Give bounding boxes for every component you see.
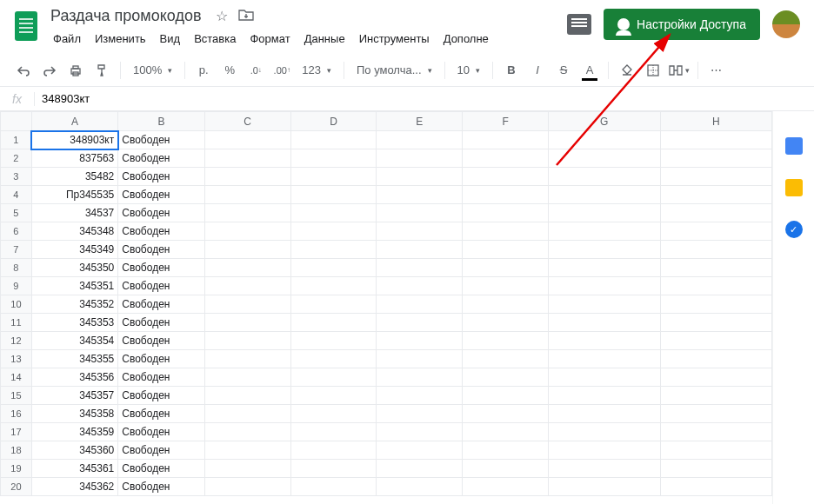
cell[interactable]: Свободен	[118, 241, 204, 259]
cell[interactable]: 345355	[31, 350, 117, 368]
cell[interactable]	[204, 295, 290, 314]
cell[interactable]	[549, 131, 660, 149]
cell[interactable]	[204, 460, 290, 478]
cell[interactable]	[549, 478, 660, 496]
cell[interactable]	[660, 478, 772, 496]
calendar-icon[interactable]	[785, 137, 803, 155]
column-header[interactable]: B	[118, 112, 204, 131]
toolbar-more-button[interactable]: ⋯	[705, 59, 728, 82]
row-header[interactable]: 12	[1, 332, 32, 350]
cell[interactable]	[204, 368, 290, 387]
cell[interactable]: Свободен	[118, 350, 204, 368]
cell[interactable]	[463, 478, 549, 496]
merge-cells-button[interactable]	[668, 59, 691, 82]
cell[interactable]	[290, 368, 377, 387]
cell[interactable]	[463, 314, 549, 332]
cell[interactable]: 345361	[31, 460, 117, 478]
column-header[interactable]: E	[377, 112, 463, 131]
cell[interactable]	[660, 149, 772, 168]
spreadsheet-grid[interactable]: A B C D E F G H 1348903ктСвободен2837563…	[0, 111, 772, 504]
cell[interactable]	[204, 332, 290, 350]
font-combo[interactable]: По умолча...	[351, 59, 437, 82]
tasks-icon[interactable]	[785, 221, 803, 238]
cell[interactable]	[463, 332, 549, 350]
row-header[interactable]: 16	[1, 405, 32, 423]
cell[interactable]	[660, 460, 772, 478]
borders-button[interactable]	[642, 59, 664, 82]
cell[interactable]	[204, 241, 290, 259]
cell[interactable]	[549, 204, 660, 222]
cell[interactable]	[463, 149, 549, 168]
cell[interactable]	[290, 423, 377, 441]
cell[interactable]: Свободен	[118, 332, 204, 350]
cell[interactable]	[290, 149, 377, 168]
cell[interactable]	[377, 295, 463, 314]
cell[interactable]	[660, 295, 772, 314]
cell[interactable]	[377, 222, 463, 241]
star-icon[interactable]: ☆	[216, 8, 228, 24]
cell[interactable]: Свободен	[118, 295, 204, 314]
row-header[interactable]: 6	[1, 222, 32, 241]
select-all-corner[interactable]	[1, 112, 32, 131]
cell[interactable]: 345360	[31, 441, 117, 460]
cell[interactable]	[290, 295, 377, 314]
cell[interactable]	[290, 405, 377, 423]
row-header[interactable]: 20	[1, 478, 32, 496]
account-avatar[interactable]	[772, 10, 800, 38]
cell[interactable]	[463, 387, 549, 405]
cell[interactable]	[660, 314, 772, 332]
cell[interactable]	[549, 350, 660, 368]
menu-file[interactable]: Файл	[47, 29, 87, 49]
cell[interactable]	[377, 405, 463, 423]
cell[interactable]: 345356	[31, 368, 117, 387]
number-format-combo[interactable]: 123	[297, 59, 337, 82]
menu-format[interactable]: Формат	[244, 29, 296, 49]
cell[interactable]	[463, 350, 549, 368]
cell[interactable]: Свободен	[118, 387, 204, 405]
cell[interactable]	[204, 186, 290, 204]
cell[interactable]	[549, 295, 660, 314]
cell[interactable]: 35482	[31, 168, 117, 186]
cell[interactable]	[463, 423, 549, 441]
cell[interactable]	[290, 387, 377, 405]
cell[interactable]	[463, 259, 549, 277]
move-folder-icon[interactable]	[238, 9, 254, 24]
cell[interactable]: Свободен	[118, 441, 204, 460]
cell[interactable]	[660, 350, 772, 368]
menu-view[interactable]: Вид	[154, 29, 187, 49]
cell[interactable]	[549, 441, 660, 460]
column-header[interactable]: G	[549, 112, 660, 131]
cell[interactable]	[549, 423, 660, 441]
cell[interactable]	[463, 277, 549, 295]
cell[interactable]	[290, 441, 377, 460]
row-header[interactable]: 17	[1, 423, 32, 441]
cell[interactable]	[377, 204, 463, 222]
print-button[interactable]	[64, 59, 87, 82]
cell[interactable]	[377, 350, 463, 368]
cell[interactable]: Свободен	[118, 423, 204, 441]
cell[interactable]	[660, 222, 772, 241]
cell[interactable]	[549, 149, 660, 168]
cell[interactable]	[377, 168, 463, 186]
cell[interactable]: Свободен	[118, 204, 204, 222]
cell[interactable]: Свободен	[118, 460, 204, 478]
fill-color-button[interactable]	[616, 59, 638, 82]
row-header[interactable]: 9	[1, 277, 32, 295]
cell[interactable]: 345350	[31, 259, 117, 277]
cell[interactable]	[660, 405, 772, 423]
bold-button[interactable]: B	[500, 59, 523, 82]
cell[interactable]: Свободен	[118, 149, 204, 168]
cell[interactable]	[290, 277, 377, 295]
cell[interactable]	[549, 368, 660, 387]
doc-title[interactable]: Раздача промокодов	[47, 5, 205, 27]
cell[interactable]	[463, 168, 549, 186]
cell[interactable]	[660, 186, 772, 204]
cell[interactable]	[377, 259, 463, 277]
italic-button[interactable]: I	[526, 59, 549, 82]
share-button[interactable]: Настройки Доступа	[604, 9, 760, 40]
cell[interactable]	[660, 387, 772, 405]
cell[interactable]	[377, 423, 463, 441]
column-header[interactable]: H	[660, 112, 772, 131]
cell[interactable]: 348903кт	[31, 131, 117, 149]
cell[interactable]	[660, 168, 772, 186]
